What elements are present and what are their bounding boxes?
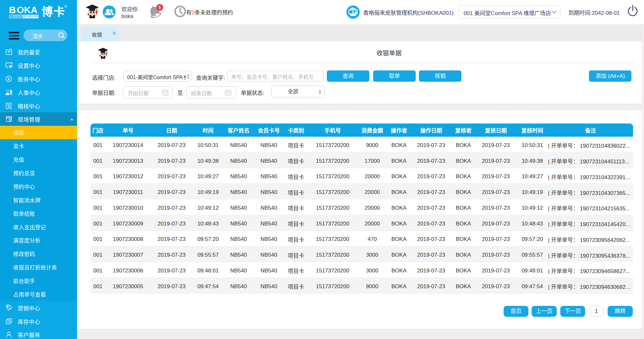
svg-text:5: 5 xyxy=(158,5,161,10)
svg-text:¥: ¥ xyxy=(352,10,354,14)
